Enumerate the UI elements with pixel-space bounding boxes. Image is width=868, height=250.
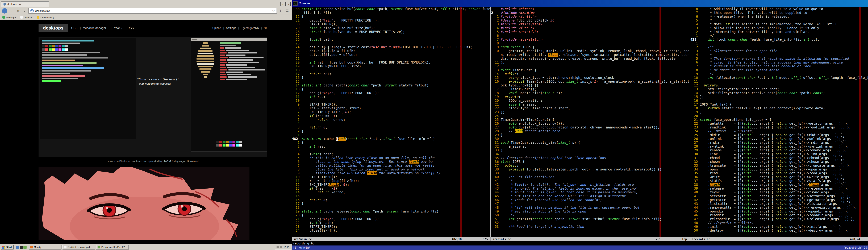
line-number: 39 bbox=[491, 171, 499, 175]
header-link-gershgornnn[interactable]: ~gershgornNN bbox=[241, 27, 259, 30]
line-number: 44 bbox=[491, 190, 499, 194]
code-text: .readlink = [](auto... args) { return ge… bbox=[700, 125, 868, 129]
code-text: * bbox=[501, 179, 690, 183]
code-text: res = close(dup(fi->fh)); bbox=[302, 179, 490, 183]
screenshot-thumbnail[interactable]: “Time is one of the few th that may ulti… bbox=[38, 37, 267, 157]
code-text: * bbox=[501, 202, 690, 206]
line-number: 28 bbox=[292, 30, 300, 34]
palette-swatch bbox=[62, 45, 65, 48]
vim-window-iofs-oper[interactable]: 8 * Additionally fi->owner will be set t… bbox=[690, 7, 868, 237]
browser-tab[interactable]: desktops.pw bbox=[1, 1, 49, 7]
bookmark-star-icon[interactable]: ☆ bbox=[272, 9, 275, 13]
code-line: 24 bbox=[491, 114, 689, 118]
tmux-session-windows[interactable]: [0] 0:nvim* bbox=[293, 246, 310, 249]
fetch-info-line bbox=[220, 69, 265, 70]
palette-swatch bbox=[52, 49, 55, 51]
line-number: 21 bbox=[292, 57, 300, 60]
code-line: 2#define FUSE_USE_VERSION 36 bbox=[491, 19, 689, 22]
taskbar-button[interactable]: Miscrify bbox=[29, 245, 61, 249]
code-text: if (res == -1) bbox=[302, 186, 490, 190]
ascii-art-line bbox=[204, 76, 207, 78]
header-link-upload[interactable]: Upload bbox=[212, 27, 221, 30]
filter-year[interactable]: Year▾ bbox=[114, 26, 122, 30]
code-text: } bbox=[302, 129, 490, 133]
back-button[interactable]: ← bbox=[2, 8, 7, 13]
home-button[interactable]: ⌂ bbox=[22, 8, 27, 13]
ascii-art-line bbox=[201, 71, 210, 72]
palette-swatch bbox=[229, 144, 232, 147]
fetch-info-segment bbox=[226, 79, 247, 80]
reload-button[interactable]: ↻ bbox=[15, 8, 21, 13]
code-text bbox=[700, 99, 868, 102]
desktop-left: desktops.pw — □ × ← → ↻ ⌂ desktops.pw ☆ bbox=[0, 0, 292, 250]
minimize-button[interactable]: — bbox=[276, 2, 281, 6]
fetch-info-line bbox=[220, 64, 265, 66]
code-text: .flush = [](auto... args) { return get_f… bbox=[700, 183, 868, 186]
tray-network-icon[interactable] bbox=[280, 246, 282, 248]
palette-swatch bbox=[65, 49, 68, 51]
tab-favicon-icon bbox=[3, 3, 6, 5]
line-number: 8 bbox=[690, 68, 698, 72]
code-text: TimerGuard::~TimerGuard() { bbox=[501, 118, 690, 122]
quicklaunch-keepass-icon[interactable] bbox=[24, 246, 27, 249]
line-number: 22 bbox=[292, 53, 300, 57]
line-number: 10 bbox=[292, 99, 300, 102]
vim-window-iofs-top[interactable]: 1#include <chrono>2#include <cstdio>1#in… bbox=[490, 7, 689, 237]
downloads-button[interactable]: ⇩ bbox=[278, 8, 283, 13]
site-logo[interactable]: desktops bbox=[38, 24, 68, 32]
code-line: 14 return -errno; bbox=[292, 190, 490, 194]
code-text: using clock_type = std::chrono::high_res… bbox=[501, 76, 690, 80]
code-text: }; bbox=[501, 110, 690, 114]
bookmark-item[interactable]: telemizgu bbox=[2, 16, 16, 19]
maximize-button[interactable]: □ bbox=[281, 2, 286, 6]
taskbar-button[interactable]: Pasuwodo - KeePassXC bbox=[96, 245, 129, 249]
filter-label: Year bbox=[114, 26, 120, 30]
rss-link[interactable]: RSS bbox=[128, 26, 134, 30]
start-label: Start bbox=[6, 246, 12, 249]
quicklaunch-terminal-icon[interactable] bbox=[20, 246, 23, 249]
code-line: 46 .readdir = [](auto... args) { return … bbox=[690, 213, 868, 217]
url-text[interactable]: desktops.pw bbox=[35, 9, 271, 12]
filter-window-manager[interactable]: Window Manager▾ bbox=[83, 26, 108, 30]
artwork-eyes-image[interactable] bbox=[38, 167, 249, 240]
terminal-titlebar[interactable]: >_ 2 - nvim — □ × bbox=[292, 0, 868, 7]
uploader-link[interactable]: r1w1s1 bbox=[163, 160, 171, 162]
code-text: // .mknod = nullptr, bbox=[700, 129, 868, 133]
code-text: #include <chrono> bbox=[501, 7, 690, 11]
code-text: .setxattr = [](auto... args) { return ge… bbox=[700, 194, 868, 198]
code-line: 40 /** Get file attributes. bbox=[491, 175, 689, 179]
line-number: 5 bbox=[292, 156, 300, 160]
palette-swatch bbox=[229, 141, 232, 144]
fetch-info-line bbox=[220, 59, 265, 61]
tray-volume-icon[interactable] bbox=[277, 246, 279, 248]
address-bar[interactable]: desktops.pw ☆ bbox=[28, 8, 277, 13]
code-line: 37 .statfs = [](auto... args) { return g… bbox=[690, 179, 868, 183]
line-number: 15 bbox=[491, 76, 499, 80]
quicklaunch-browser-icon[interactable] bbox=[16, 246, 19, 249]
menu-button[interactable]: ☰ bbox=[285, 8, 290, 13]
line-number: 27 bbox=[292, 34, 300, 37]
start-button[interactable]: Start bbox=[1, 245, 13, 249]
code-line: 24 dst.buf[0].flags = static_cast<fuse_b… bbox=[292, 45, 490, 49]
code-text: IOFS *get_fs() { bbox=[700, 102, 868, 106]
terminal-text-line bbox=[42, 52, 100, 53]
tmux-host-clock: "peacebitch" 19:18 13-Dec-19 bbox=[843, 246, 868, 249]
bookmark-item[interactable]: devdocs bbox=[20, 16, 32, 19]
taskbar-button[interactable]: *Untitled 1 - Mousepad bbox=[62, 245, 95, 249]
code-text: */ bbox=[501, 213, 690, 217]
header-link-0[interactable]: °0 bbox=[264, 27, 267, 30]
code-text bbox=[302, 68, 490, 72]
vim-window-main-cc[interactable]: 33static int cache_write_buf(const char … bbox=[292, 7, 490, 237]
fetch-info-line bbox=[220, 50, 265, 51]
forward-button[interactable]: → bbox=[9, 8, 14, 13]
line-number: 16 bbox=[491, 80, 499, 87]
download-link[interactable]: Download bbox=[187, 160, 198, 162]
header-link-settings[interactable]: Settings bbox=[226, 27, 236, 30]
close-button[interactable]: × bbox=[286, 2, 290, 6]
filter-os[interactable]: OS▾ bbox=[71, 26, 78, 30]
bookmark-item[interactable]: Linux Gaming bbox=[37, 16, 54, 19]
line-number: 36 bbox=[491, 160, 499, 163]
code-text: */ bbox=[700, 72, 868, 76]
terminal-text-line bbox=[42, 54, 87, 56]
ascii-art-line bbox=[196, 58, 214, 60]
